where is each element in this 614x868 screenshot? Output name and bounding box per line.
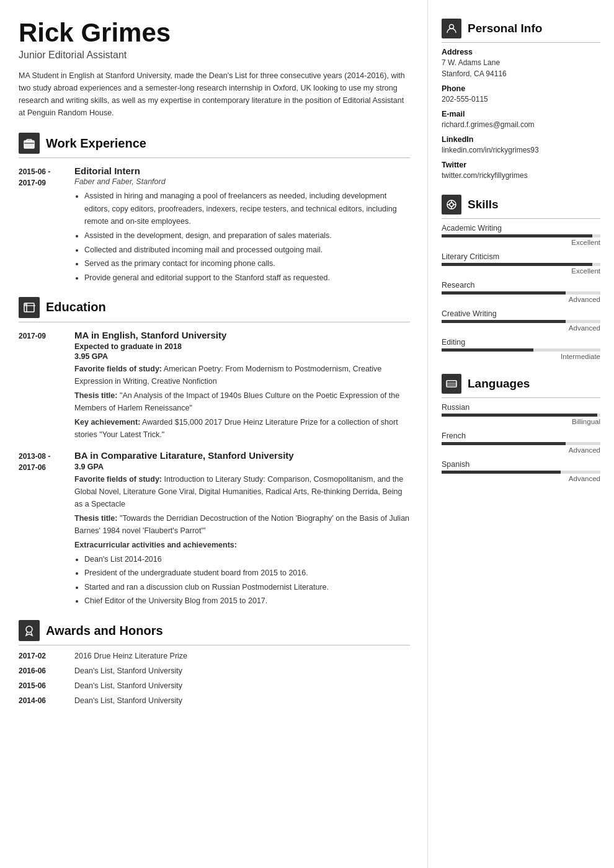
edu-thesis-ma: Thesis title: "An Analysis of the Impact… — [74, 389, 410, 414]
skill-name-3: Creative Writing — [442, 309, 600, 318]
lang-item-0: Russian Billingual — [442, 403, 600, 425]
award-name-1: 2016 Drue Heinz Literature Prize — [74, 652, 187, 660]
awards-section: Awards and Honors 2017-02 2016 Drue Hein… — [19, 620, 410, 705]
skill-level-3: Advanced — [442, 324, 600, 332]
email-label: E-mail — [442, 110, 600, 118]
svg-point-6 — [26, 626, 32, 632]
twitter-label: Twitter — [442, 161, 600, 169]
award-entry-4: 2014-06 Dean's List, Stanford University — [19, 696, 410, 705]
edu-entry-ba: 2013-08 - 2017-06 BA in Comparative Lita… — [19, 450, 410, 609]
work-entry: 2015-06 - 2017-09 Editorial Intern Faber… — [19, 166, 410, 285]
education-section: Education 2017-09 MA in English, Stanfor… — [19, 297, 410, 609]
education-title: Education — [46, 300, 106, 314]
award-name-2: Dean's List, Stanford University — [74, 666, 182, 675]
phone-label: Phone — [442, 84, 600, 93]
header: Rick Grimes Junior Editorial Assistant M… — [19, 19, 410, 119]
edu-fav-label-ba: Favorite fields of study: — [74, 475, 162, 484]
work-icon — [19, 133, 40, 154]
twitter-value: twitter.com/rickyfillygrimes — [442, 170, 600, 181]
phone-value: 202-555-0115 — [442, 94, 600, 105]
skill-bar-fill-4 — [442, 348, 533, 352]
award-name-4: Dean's List, Stanford University — [74, 696, 182, 705]
lang-item-2: Spanish Advanced — [442, 460, 600, 482]
lang-level-0: Billingual — [442, 418, 600, 425]
lang-item-1: French Advanced — [442, 432, 600, 454]
work-experience-section: Work Experience 2015-06 - 2017-09 Editor… — [19, 133, 410, 285]
linkedin-value: linkedin.com/in/rickygrimes93 — [442, 144, 600, 156]
skill-level-4: Intermediate — [442, 353, 600, 360]
skill-bar-bg-1 — [442, 263, 600, 266]
work-bullet-3: Collected and distributed incoming mail … — [84, 244, 410, 257]
skill-bar-bg-3 — [442, 320, 600, 323]
edu-date-ba: 2013-08 - 2017-06 — [19, 450, 74, 609]
edu-content-ba: BA in Comparative Litarature, Stanford U… — [74, 450, 410, 609]
skill-bar-fill-3 — [442, 320, 566, 323]
work-date: 2015-06 - 2017-09 — [19, 166, 74, 285]
lang-bar-fill-0 — [442, 414, 597, 417]
skill-level-2: Advanced — [442, 296, 600, 303]
skill-item-1: Literary Criticism Excellent — [442, 252, 600, 275]
award-name-3: Dean's List, Stanford University — [74, 681, 182, 690]
edu-expected-ma: Expected to graduate in 2018 — [74, 342, 410, 351]
edu-thesis-label-ba: Thesis title: — [74, 514, 117, 523]
linkedin-label: LinkedIn — [442, 135, 600, 144]
work-job-title: Editorial Intern — [74, 166, 410, 176]
personal-info-icon — [442, 19, 461, 38]
address-value: 7 W. Adams Lane Stanford, CA 94116 — [442, 57, 600, 79]
svg-rect-14 — [447, 381, 456, 387]
award-date-2: 2016-06 — [19, 666, 74, 675]
edu-content-ma: MA in English, Stanford University Expec… — [74, 330, 410, 443]
skill-bar-bg-4 — [442, 348, 600, 352]
svg-point-9 — [450, 203, 453, 206]
personal-info-section: Personal Info Address 7 W. Adams Lane St… — [442, 19, 600, 181]
skill-name-1: Literary Criticism — [442, 252, 600, 261]
personal-info-header: Personal Info — [442, 19, 600, 43]
skill-item-3: Creative Writing Advanced — [442, 309, 600, 332]
languages-title: Languages — [468, 377, 530, 391]
skill-bar-bg-0 — [442, 234, 600, 237]
lang-bar-fill-2 — [442, 471, 561, 474]
edu-extracurricular-bullets-ba: Dean's List 2014-2016 President of the u… — [74, 553, 410, 608]
edu-achievement-ma: Key achievement: Awarded $15,000 2017 Dr… — [74, 416, 410, 441]
right-column: Personal Info Address 7 W. Adams Lane St… — [428, 0, 614, 868]
skill-name-2: Research — [442, 281, 600, 290]
work-experience-title: Work Experience — [46, 136, 146, 151]
work-bullet-4: Served as the primary contact for incomi… — [84, 257, 410, 270]
edu-achievement-label-ma: Key achievement: — [74, 418, 140, 427]
lang-name-2: Spanish — [442, 460, 600, 469]
education-icon — [19, 297, 40, 318]
work-bullet-1: Assisted in hiring and managing a pool o… — [84, 190, 410, 228]
work-bullet-5: Provide general and editorial support to… — [84, 272, 410, 285]
email-value: richard.f.grimes@gmail.com — [442, 119, 600, 130]
edu-degree-ba: BA in Comparative Litarature, Stanford U… — [74, 450, 410, 461]
svg-rect-0 — [24, 141, 34, 148]
edu-extra-3: Started and ran a discussion club on Rus… — [84, 581, 410, 594]
skill-item-2: Research Advanced — [442, 281, 600, 303]
lang-name-0: Russian — [442, 403, 600, 412]
edu-entry-ma: 2017-09 MA in English, Stanford Universi… — [19, 330, 410, 443]
skills-icon — [442, 195, 461, 215]
awards-header: Awards and Honors — [19, 620, 410, 645]
svg-point-5 — [25, 304, 26, 305]
skill-item-4: Editing Intermediate — [442, 338, 600, 360]
skills-title: Skills — [468, 198, 499, 211]
edu-extracurricular-label-ba: Extracurricular activities and achieveme… — [74, 541, 237, 549]
languages-header: Languages — [442, 374, 600, 398]
lang-bar-bg-1 — [442, 442, 600, 445]
work-bullet-2: Assisted in the development, design, and… — [84, 229, 410, 242]
edu-thesis-value-ma: "An Analysis of the Impact of 1940s Blue… — [74, 391, 399, 412]
languages-list: Russian Billingual French Advanced Spani… — [442, 403, 600, 482]
awards-icon — [19, 620, 40, 641]
awards-title: Awards and Honors — [46, 624, 163, 638]
award-entry-2: 2016-06 Dean's List, Stanford University — [19, 666, 410, 675]
lang-level-1: Advanced — [442, 446, 600, 454]
award-date-3: 2015-06 — [19, 681, 74, 690]
edu-fav-label-ma: Favorite fields of study: — [74, 365, 162, 373]
lang-bar-bg-0 — [442, 414, 600, 417]
lang-bar-bg-2 — [442, 471, 600, 474]
edu-thesis-value-ba: "Towards the Derridian Decostruction of … — [74, 514, 409, 535]
award-date-1: 2017-02 — [19, 652, 74, 660]
edu-extra-1: Dean's List 2014-2016 — [84, 553, 410, 566]
work-bullets: Assisted in hiring and managing a pool o… — [74, 190, 410, 284]
skills-section: Skills Academic Writing Excellent Litera… — [442, 195, 600, 360]
